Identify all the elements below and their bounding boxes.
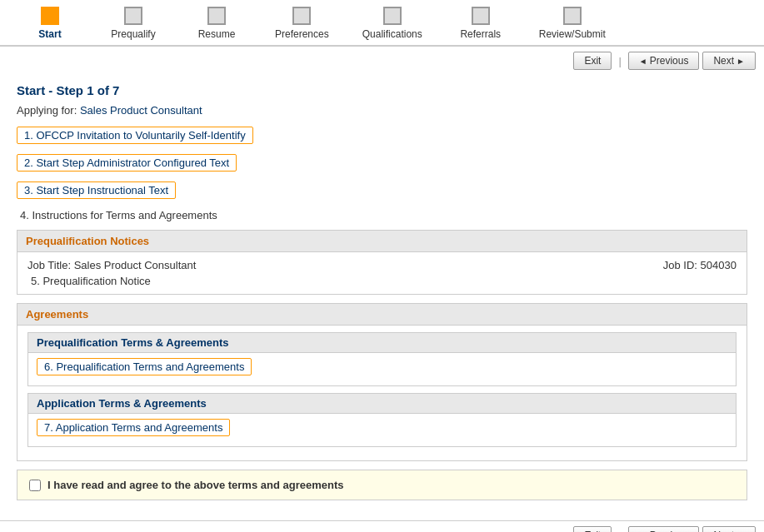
preq-terms-section: Prequalification Terms & Agreements 6. P…: [27, 332, 737, 386]
step-navigation: Start Prequalify Resume Preferences Qual…: [0, 0, 764, 47]
step-label-resume: Resume: [198, 28, 236, 40]
previous-icon: [639, 55, 647, 67]
step-icon-review: [563, 7, 582, 25]
agreements-header: Agreements: [17, 304, 747, 326]
bottom-previous-button[interactable]: Previous: [628, 526, 700, 532]
step-item-4: 4. Instructions for Terms and Agreements: [20, 207, 217, 223]
prequalification-body: Job Title: Sales Product Consultant Job …: [17, 252, 747, 294]
step-label-preferences: Preferences: [275, 28, 329, 40]
nav-step-review[interactable]: Review/Submit: [522, 0, 622, 45]
app-terms-section: Application Terms & Agreements 7. Applic…: [27, 393, 737, 447]
step-icon-resume: [207, 7, 226, 25]
step-label-prequalify: Prequalify: [111, 28, 155, 40]
nav-step-qualifications[interactable]: Qualifications: [346, 0, 439, 45]
nav-step-start[interactable]: Start: [8, 0, 92, 45]
step-icon-prequalify: [124, 7, 142, 25]
step-icon-start: [41, 7, 59, 25]
job-id: Job ID: 504030: [663, 259, 737, 271]
applying-for-link[interactable]: Sales Product Consultant: [80, 104, 202, 117]
step-item-1[interactable]: 1. OFCCP Invitation to Voluntarily Self-…: [17, 127, 253, 144]
step-label-review: Review/Submit: [539, 28, 606, 40]
agreements-section: Agreements Prequalification Terms & Agre…: [17, 303, 747, 461]
step-icon-referrals: [472, 7, 490, 25]
step-icon-preferences: [292, 7, 311, 25]
bottom-exit-button[interactable]: Exit: [573, 526, 612, 532]
applying-for: Applying for: Sales Product Consultant: [17, 104, 747, 117]
terms-checkbox-label: I have read and agree to the above terms…: [47, 479, 343, 491]
terms-checkbox[interactable]: [29, 480, 41, 491]
prequalification-section: Prequalification Notices Job Title: Sale…: [17, 230, 747, 295]
top-next-button[interactable]: Next: [702, 52, 756, 70]
step-item-2[interactable]: 2. Start Step Administrator Configured T…: [17, 154, 237, 172]
step-label-start: Start: [38, 28, 61, 40]
bottom-divider: |: [618, 530, 621, 533]
job-title: Job Title: Sales Product Consultant: [27, 259, 196, 271]
top-action-bar: Exit | Previous Next: [0, 47, 764, 75]
nav-step-preferences[interactable]: Preferences: [258, 0, 346, 45]
terms-agreement-checkbox-area: I have read and agree to the above terms…: [17, 470, 747, 500]
app-terms-header: Application Terms & Agreements: [28, 394, 736, 414]
step-label-qualifications: Qualifications: [362, 28, 422, 40]
step-icon-qualifications: [383, 7, 402, 25]
step-item-3[interactable]: 3. Start Step Instructional Text: [17, 181, 176, 199]
top-divider: |: [618, 55, 621, 67]
nav-step-resume[interactable]: Resume: [175, 0, 258, 45]
app-terms-body: 7. Application Terms and Agreements: [28, 414, 736, 446]
app-terms-item[interactable]: 7. Application Terms and Agreements: [37, 419, 230, 436]
bottom-action-bar: Exit | Previous Next: [0, 520, 764, 532]
step-label-referrals: Referrals: [460, 28, 501, 40]
bottom-next-button[interactable]: Next: [702, 526, 756, 532]
nav-step-referrals[interactable]: Referrals: [439, 0, 522, 45]
preq-terms-item[interactable]: 6. Prequalification Terms and Agreements: [37, 358, 252, 375]
top-previous-button[interactable]: Previous: [628, 52, 700, 70]
preq-terms-body: 6. Prequalification Terms and Agreements: [28, 353, 736, 385]
prequalification-header: Prequalification Notices: [17, 231, 747, 252]
preq-notice-item: 5. Prequalification Notice: [31, 273, 151, 289]
page-title: Start - Step 1 of 7: [17, 83, 747, 97]
next-icon: [737, 55, 745, 67]
top-exit-button[interactable]: Exit: [573, 52, 612, 70]
main-content: Start - Step 1 of 7 Applying for: Sales …: [0, 75, 764, 517]
agreements-body: Prequalification Terms & Agreements 6. P…: [17, 326, 747, 460]
nav-step-prequalify[interactable]: Prequalify: [92, 0, 175, 45]
preq-terms-header: Prequalification Terms & Agreements: [28, 333, 736, 353]
steps-list: 1. OFCCP Invitation to Voluntarily Self-…: [17, 127, 747, 221]
job-info-row: Job Title: Sales Product Consultant Job …: [27, 259, 737, 271]
